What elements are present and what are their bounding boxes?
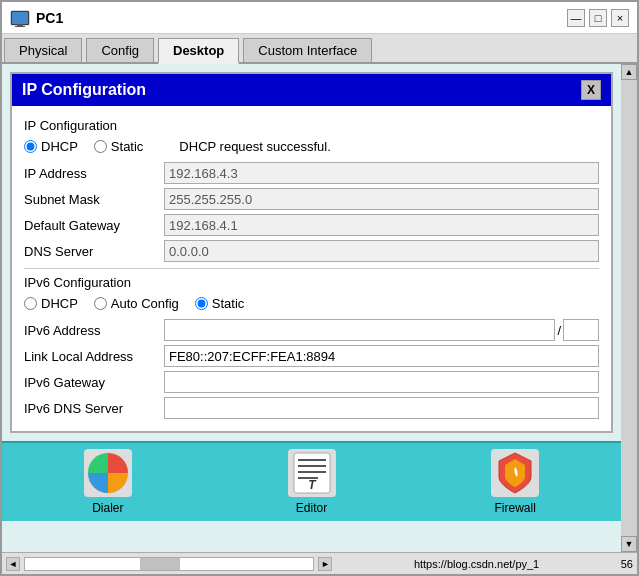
ipv6-auto-radio[interactable]: [94, 297, 107, 310]
ip-config-body: IP Configuration DHCP Static DHCP reques…: [12, 106, 611, 431]
ipv6-gateway-row: IPv6 Gateway: [24, 371, 599, 393]
svg-rect-3: [15, 26, 25, 27]
status-bar: ◄ ► https://blog.csdn.net/py_1 56: [2, 552, 637, 574]
link-local-label: Link Local Address: [24, 349, 164, 364]
ip-config-close-button[interactable]: X: [581, 80, 601, 100]
ip-address-input[interactable]: [164, 162, 599, 184]
title-bar: PC1 — □ ×: [2, 2, 637, 34]
dialer-icon-img: [84, 449, 132, 497]
status-page: 56: [621, 558, 633, 570]
ipv6-prefix-input[interactable]: [563, 319, 599, 341]
dialer-label: Dialer: [92, 501, 123, 515]
ipv6-static-radio[interactable]: [195, 297, 208, 310]
ipv4-radio-row: DHCP Static DHCP request successful.: [24, 139, 599, 154]
window-controls: — □ ×: [567, 9, 629, 27]
editor-icon-item[interactable]: T Editor: [214, 449, 410, 515]
status-right: 56: [621, 558, 633, 570]
section-divider: [24, 268, 599, 269]
ipv6-auto-label: Auto Config: [111, 296, 179, 311]
ipv6-dhcp-radio-item: DHCP: [24, 296, 78, 311]
dhcp-radio-item: DHCP: [24, 139, 78, 154]
link-local-row: Link Local Address: [24, 345, 599, 367]
minimize-button[interactable]: —: [567, 9, 585, 27]
close-window-button[interactable]: ×: [611, 9, 629, 27]
ipv6-address-row: IPv6 Address /: [24, 319, 599, 341]
status-scroll-thumb: [140, 558, 180, 570]
dhcp-radio[interactable]: [24, 140, 37, 153]
content-area: IP Configuration X IP Configuration DHCP: [2, 64, 637, 552]
dialer-icon-item[interactable]: Dialer: [10, 449, 206, 515]
ip-config-header: IP Configuration X: [12, 74, 611, 106]
window-title: PC1: [36, 10, 567, 26]
ipv6-gateway-label: IPv6 Gateway: [24, 375, 164, 390]
dns-server-input[interactable]: [164, 240, 599, 262]
ipv6-dhcp-radio[interactable]: [24, 297, 37, 310]
ipv6-address-input[interactable]: [164, 319, 555, 341]
svg-rect-7: [298, 465, 326, 467]
ipv6-static-radio-item: Static: [195, 296, 245, 311]
ipv6-radio-row: DHCP Auto Config Static: [24, 296, 599, 311]
ipv6-static-label: Static: [212, 296, 245, 311]
vertical-scrollbar: ▲ ▼: [621, 64, 637, 552]
subnet-mask-row: Subnet Mask: [24, 188, 599, 210]
default-gateway-row: Default Gateway: [24, 214, 599, 236]
tab-config[interactable]: Config: [86, 38, 154, 62]
ipv6-gateway-input[interactable]: [164, 371, 599, 393]
main-content: IP Configuration X IP Configuration DHCP: [2, 64, 621, 552]
bottom-icon-bar: Dialer T Editor: [2, 441, 621, 521]
main-window: PC1 — □ × Physical Config Desktop Custom…: [0, 0, 639, 576]
scroll-down-button[interactable]: ▼: [621, 536, 637, 552]
ip-config-title: IP Configuration: [22, 81, 146, 99]
tab-bar: Physical Config Desktop Custom Interface: [2, 34, 637, 64]
default-gateway-label: Default Gateway: [24, 218, 164, 233]
default-gateway-input[interactable]: [164, 214, 599, 236]
subnet-mask-label: Subnet Mask: [24, 192, 164, 207]
dns-server-row: DNS Server: [24, 240, 599, 262]
static-radio[interactable]: [94, 140, 107, 153]
editor-icon-img: T: [288, 449, 336, 497]
status-left: ◄: [6, 557, 20, 571]
ipv6-dns-label: IPv6 DNS Server: [24, 401, 164, 416]
app-icon: [10, 8, 30, 28]
ipv6-dns-row: IPv6 DNS Server: [24, 397, 599, 419]
ipv4-section-label: IP Configuration: [24, 118, 599, 133]
dhcp-label: DHCP: [41, 139, 78, 154]
ip-address-label: IP Address: [24, 166, 164, 181]
dns-server-label: DNS Server: [24, 244, 164, 259]
status-scroll-right[interactable]: ►: [318, 557, 332, 571]
firewall-icon-item[interactable]: Firewall: [417, 449, 613, 515]
firewall-label: Firewall: [495, 501, 536, 515]
scroll-up-button[interactable]: ▲: [621, 64, 637, 80]
dhcp-status: DHCP request successful.: [179, 139, 331, 154]
static-radio-item: Static: [94, 139, 144, 154]
svg-rect-1: [12, 12, 28, 24]
scroll-track[interactable]: [621, 80, 637, 536]
link-local-input[interactable]: [164, 345, 599, 367]
ipv6-dns-input[interactable]: [164, 397, 599, 419]
editor-label: Editor: [296, 501, 327, 515]
status-url: https://blog.csdn.net/py_1: [332, 558, 620, 570]
ip-config-panel: IP Configuration X IP Configuration DHCP: [10, 72, 613, 433]
ipv6-address-label: IPv6 Address: [24, 323, 164, 338]
svg-rect-2: [17, 24, 23, 26]
tab-desktop[interactable]: Desktop: [158, 38, 239, 64]
status-scroll-left[interactable]: ◄: [6, 557, 20, 571]
tab-custom-interface[interactable]: Custom Interface: [243, 38, 372, 62]
ipv6-section-label: IPv6 Configuration: [24, 275, 599, 290]
firewall-icon-img: [491, 449, 539, 497]
status-scroll-track[interactable]: [24, 557, 314, 571]
ip-address-row: IP Address: [24, 162, 599, 184]
static-label: Static: [111, 139, 144, 154]
svg-rect-6: [298, 459, 326, 461]
tab-physical[interactable]: Physical: [4, 38, 82, 62]
ipv6-slash: /: [557, 323, 561, 338]
ipv6-dhcp-label: DHCP: [41, 296, 78, 311]
maximize-button[interactable]: □: [589, 9, 607, 27]
ipv6-auto-radio-item: Auto Config: [94, 296, 179, 311]
subnet-mask-input[interactable]: [164, 188, 599, 210]
svg-rect-8: [298, 471, 326, 473]
